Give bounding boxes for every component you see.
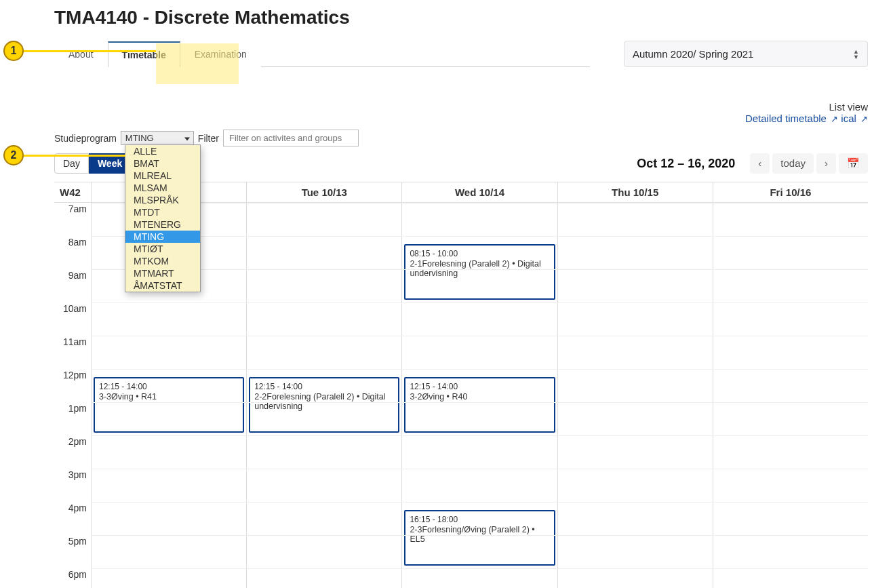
day-header: Tue 10/13 xyxy=(246,182,401,202)
calendar-event[interactable]: 12:15 - 14:003-3Øving • R41 xyxy=(94,377,244,433)
hour-label: 11am xyxy=(54,336,91,369)
hour-label: 10am xyxy=(54,302,91,336)
week-label: W42 xyxy=(54,182,91,202)
hour-label: 1pm xyxy=(54,402,91,435)
term-select[interactable]: Autumn 2020/ Spring 2021 ▲▼ xyxy=(624,41,868,67)
dropdown-option[interactable]: MTKOM xyxy=(125,255,200,267)
today-button[interactable]: today xyxy=(772,153,814,174)
annotation-line-2 xyxy=(24,155,125,157)
tab-timetable[interactable]: Timetable xyxy=(108,41,180,67)
annotation-badge-1: 1 xyxy=(3,41,24,61)
filter-label: Filter xyxy=(198,133,219,144)
hour-label: 8am xyxy=(54,236,91,269)
annotation-badge-2: 2 xyxy=(3,145,24,165)
dropdown-option[interactable]: MTDT xyxy=(125,206,200,218)
day-header: Thu 10/15 xyxy=(557,182,713,202)
dropdown-option[interactable]: MLSPRÅK xyxy=(125,194,200,206)
tab-about[interactable]: About xyxy=(54,41,108,67)
day-header: Fri 10/16 xyxy=(713,182,868,202)
term-select-value: Autumn 2020/ Spring 2021 xyxy=(633,48,753,60)
hour-label: 2pm xyxy=(54,435,91,469)
dropdown-option[interactable]: MTIØT xyxy=(125,243,200,255)
hour-label: 12pm xyxy=(54,369,91,402)
event-time: 12:15 - 14:00 xyxy=(99,382,239,391)
sort-icon: ▲▼ xyxy=(853,49,859,60)
hour-label: 6pm xyxy=(54,568,91,588)
annotation-line-1 xyxy=(24,50,156,52)
filter-input[interactable] xyxy=(223,130,359,146)
dropdown-option[interactable]: ALLE xyxy=(125,145,200,157)
calendar-event[interactable]: 12:15 - 14:002-2Forelesning (Paralell 2)… xyxy=(249,377,399,433)
detailed-timetable-link[interactable]: Detailed timetable ↗ xyxy=(745,113,838,124)
event-time: 16:15 - 18:00 xyxy=(410,515,549,524)
dropdown-option[interactable]: MTMART xyxy=(125,267,200,279)
hour-label: 7am xyxy=(54,203,91,236)
dropdown-option[interactable]: BMAT xyxy=(125,157,200,170)
ical-link[interactable]: ical ↗ xyxy=(841,113,868,124)
tabs: About Timetable Examination xyxy=(54,41,590,67)
hour-label: 5pm xyxy=(54,535,91,568)
event-time: 12:15 - 14:00 xyxy=(254,382,394,391)
calendar-event[interactable]: 12:15 - 14:003-2Øving • R40 xyxy=(404,377,555,433)
event-time: 08:15 - 10:00 xyxy=(410,249,549,258)
hour-label: 9am xyxy=(54,269,91,302)
calendar-event[interactable]: 08:15 - 10:002-1Forelesning (Paralell 2)… xyxy=(404,244,555,300)
day-header: Wed 10/14 xyxy=(401,182,557,202)
calendar-icon[interactable]: 📅 xyxy=(839,153,868,174)
dropdown-option[interactable]: MLREAL xyxy=(125,170,200,182)
page-title: TMA4140 - Discrete Mathematics xyxy=(54,7,868,28)
dropdown-option[interactable]: MTENERG xyxy=(125,218,200,231)
dropdown-option[interactable]: MLSAM xyxy=(125,182,200,194)
prev-button[interactable]: ‹ xyxy=(750,153,770,174)
date-range: Oct 12 – 16, 2020 xyxy=(637,157,735,171)
dropdown-option[interactable]: ÅMATSTAT xyxy=(125,279,200,292)
tab-examination[interactable]: Examination xyxy=(180,41,261,67)
hour-label: 3pm xyxy=(54,469,91,502)
event-description: 3-3Øving • R41 xyxy=(99,392,239,401)
external-link-icon: ↗ xyxy=(860,114,868,124)
hour-label: 4pm xyxy=(54,502,91,535)
event-description: 3-2Øving • R40 xyxy=(410,392,549,401)
studieprogram-label: Studieprogram xyxy=(54,133,117,144)
studieprogram-select[interactable]: MTING xyxy=(121,131,194,145)
list-view-link[interactable]: List view xyxy=(829,101,868,113)
next-button[interactable]: › xyxy=(816,153,836,174)
calendar-event[interactable]: 16:15 - 18:002-3Forlesning/Øving (Parale… xyxy=(404,510,555,566)
external-link-icon: ↗ xyxy=(831,114,838,124)
event-time: 12:15 - 14:00 xyxy=(410,382,549,391)
studieprogram-dropdown[interactable]: ALLEBMATMLREALMLSAMMLSPRÅKMTDTMTENERGMTI… xyxy=(125,144,201,292)
dropdown-option[interactable]: MTING xyxy=(125,231,200,243)
